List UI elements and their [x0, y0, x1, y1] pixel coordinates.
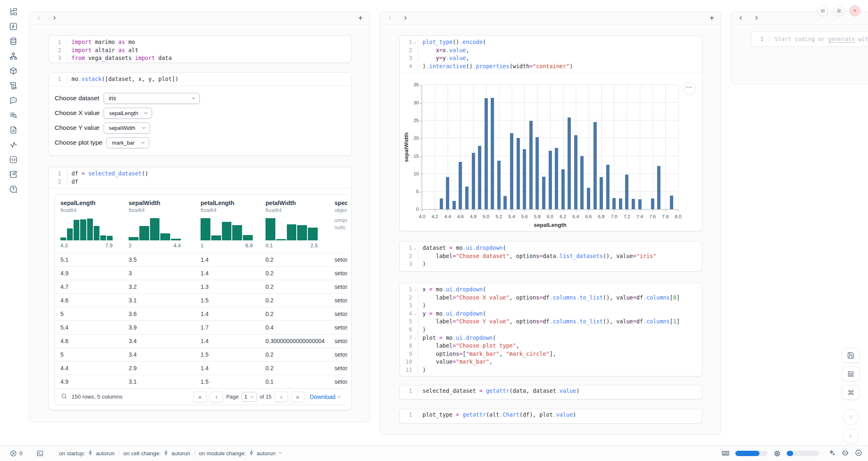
plot-dropdown[interactable]: mark_bar — [106, 137, 149, 148]
add-column-icon[interactable]: + — [709, 14, 714, 22]
column-header-petalWidth[interactable]: petalWidthfloat640.12.5 — [260, 195, 329, 253]
sidebar-item-help[interactable] — [8, 184, 18, 194]
connection-status-button[interactable] — [855, 449, 862, 458]
gear-icon — [836, 8, 842, 14]
first-page-button[interactable]: « — [193, 392, 207, 402]
fold-spacer — [61, 38, 67, 46]
search-icon[interactable] — [61, 393, 67, 401]
empty-cell-editor[interactable]: 1 Start coding or generate with AI — [751, 31, 868, 47]
column-header-petalLength[interactable]: petalLengthfloat6416.9 — [195, 195, 260, 253]
code-line: 2import altair as alt — [49, 46, 351, 55]
cell-dataframe[interactable]: 1df = selected_dataset()2df sepalLengthf… — [48, 167, 352, 410]
copilot-button[interactable] — [841, 449, 849, 458]
column-header-sepalLength[interactable]: sepalLengthfloat644.37.9 — [55, 195, 123, 253]
table-cell: 4.6 — [55, 294, 123, 307]
dataset-dropdown[interactable]: iris — [104, 93, 200, 104]
code-text: x=x.value, — [418, 46, 702, 55]
column-header-sepalWidth[interactable]: sepalWidthfloat6424.4 — [123, 195, 195, 253]
y-dropdown-label: Choose Y value — [55, 124, 99, 131]
cell-dataset-dropdown[interactable]: 1⌄dataset = mo.ui.dropdown(2 label="Choo… — [399, 241, 702, 272]
ai-assistant-button[interactable] — [828, 449, 836, 458]
table-cell: 1.5 — [195, 294, 260, 307]
sidebar-item-log-search[interactable] — [8, 110, 18, 120]
layout-toggle-button[interactable] — [842, 366, 860, 381]
terminal-button[interactable] — [32, 450, 48, 457]
bar-chart[interactable]: sepalLength sepalWidth 051015202530354.0… — [422, 85, 678, 210]
sidebar-item-package[interactable] — [8, 65, 18, 76]
last-page-button[interactable]: » — [291, 392, 305, 402]
column-right-icon[interactable] — [51, 15, 57, 21]
chevron-down-icon — [141, 125, 146, 130]
notebook-column-2: + 1⌄plot_type().encode(2 x=x.value,3 y=y… — [380, 11, 721, 435]
code-text: dataset = mo.ui.dropdown( — [418, 244, 702, 252]
generate-link[interactable]: generate — [828, 36, 855, 42]
runtime-config-0[interactable]: on startup:autorun — [55, 450, 119, 457]
fold-icon[interactable]: ⌄ — [412, 38, 418, 46]
add-column-icon[interactable]: + — [358, 14, 363, 22]
run-all-button[interactable] — [843, 429, 859, 444]
cell-vstack[interactable]: 1mo.vstack([dataset, x, y, plot]) Choose… — [48, 72, 352, 156]
column-header-species[interactable]: speciesobjectunique:nulls: — [329, 195, 347, 253]
command-palette-button[interactable] — [842, 385, 860, 400]
table-cell: 1.4 — [195, 253, 260, 266]
column-right-icon[interactable] — [402, 15, 408, 21]
histogram-range: 16.9 — [201, 242, 253, 249]
x-tick-label: 5.4 — [506, 214, 518, 219]
errors-badge[interactable]: 0 — [6, 450, 27, 457]
cell-xyplot-dropdowns[interactable]: 1⌄x = mo.ui.dropdown(2 label="Choose X v… — [399, 283, 702, 376]
sidebar-item-activity[interactable] — [8, 139, 18, 150]
code-line: 2df — [49, 178, 351, 186]
sidebar-item-file-tree[interactable] — [8, 6, 18, 17]
sidebar-item-script[interactable] — [8, 80, 18, 91]
cell-plot-type[interactable]: 1plot_type = getattr(alt.Chart(df), plot… — [399, 409, 702, 424]
x-dropdown[interactable]: sepalLength — [104, 108, 152, 119]
next-page-button[interactable]: › — [275, 392, 288, 402]
sidebar-item-chat-bot[interactable] — [8, 95, 18, 106]
fold-icon[interactable]: ⌄ — [412, 286, 418, 294]
code-line: 1plot_type = getattr(alt.Chart(df), plot… — [400, 411, 702, 419]
menu-button[interactable] — [817, 5, 828, 16]
table-row: 5.13.51.40.2setosa — [55, 253, 347, 266]
sidebar-item-scratchpad[interactable] — [8, 169, 18, 180]
fold-spacer — [61, 46, 67, 55]
sidebar-item-database[interactable] — [8, 36, 18, 46]
file-tree-icon — [9, 7, 18, 16]
fold-icon[interactable]: ⌄ — [412, 334, 418, 342]
gridline — [640, 85, 640, 209]
sidebar-item-document[interactable] — [8, 124, 18, 135]
fold-icon[interactable]: ⌄ — [412, 244, 418, 252]
column-1-header: + — [29, 12, 369, 25]
table-cell: 3.4 — [123, 348, 195, 361]
cell-selected-dataset[interactable]: 1selected_dataset = getattr(data, datase… — [399, 385, 702, 399]
range-max: 6.9 — [245, 242, 253, 249]
chart-bar — [510, 133, 513, 209]
y-dropdown[interactable]: sepalWidth — [104, 122, 150, 134]
code-text: ) — [418, 302, 702, 310]
sidebar-item-function[interactable] — [8, 21, 18, 32]
chart-menu-icon[interactable]: ••• — [683, 82, 695, 95]
chart-bar — [497, 161, 501, 210]
runtime-config-1[interactable]: on cell change:autorun — [119, 450, 194, 457]
column-right-icon[interactable] — [753, 15, 759, 21]
column-left-icon[interactable] — [36, 15, 42, 21]
cell-imports[interactable]: 1import marimo as mo2import altair as al… — [48, 35, 352, 63]
close-button[interactable] — [850, 5, 860, 16]
cell-chart[interactable]: 1⌄plot_type().encode(2 x=x.value,3 y=y.v… — [399, 35, 702, 231]
download-button[interactable]: Download — [310, 394, 342, 400]
save-button[interactable] — [842, 348, 860, 363]
page-select[interactable]: 1 — [242, 392, 257, 402]
axis-tick — [448, 210, 448, 212]
table-cell: 0.4 — [260, 321, 329, 334]
histogram-bar — [80, 219, 86, 240]
sidebar-item-snippet[interactable] — [8, 154, 18, 165]
fold-icon[interactable]: ⌄ — [412, 310, 418, 318]
column-left-icon[interactable] — [738, 15, 743, 21]
histogram-range: 24.4 — [129, 242, 181, 249]
prev-page-button[interactable]: ‹ — [210, 392, 223, 402]
sidebar-item-dependency-graph[interactable] — [8, 51, 18, 61]
column-left-icon[interactable] — [387, 15, 392, 21]
histogram-bar — [308, 228, 318, 240]
stop-button[interactable] — [843, 409, 859, 425]
runtime-config-2[interactable]: on module change:autorun — [195, 450, 287, 457]
settings-button[interactable] — [833, 5, 844, 16]
